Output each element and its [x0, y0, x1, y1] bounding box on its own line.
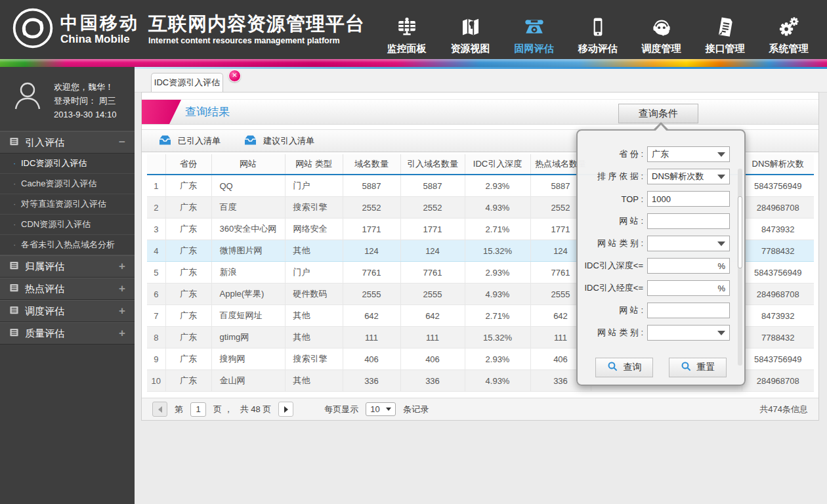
chevron-down-icon [386, 408, 391, 411]
page-subtitle: Internet content resources management pl… [148, 37, 365, 46]
table-cell: 1771 [400, 219, 465, 240]
sidebar-menu: 引入评估−·IDC资源引入评估·Cache资源引入评估·对等直连资源引入评估·C… [0, 131, 135, 345]
nav-item-移动评估[interactable]: 移动评估 [566, 5, 629, 55]
input-field[interactable]: % [647, 258, 730, 274]
table-cell: 642 [343, 305, 400, 327]
text-input[interactable] [652, 306, 725, 316]
sidebar-section-引入评估[interactable]: 引入评估− [0, 131, 135, 154]
toolbar-button-已引入清单[interactable]: 已引入清单 [158, 135, 221, 148]
input-field[interactable] [647, 191, 730, 207]
table-cell: 5843756949 [742, 175, 814, 197]
app-header: 中国移动 China Mobile 互联网内容资源管理平台 Internet c… [0, 0, 827, 59]
table-cell: 2.93% [465, 262, 530, 284]
table-cell: 124 [400, 240, 465, 262]
select-field[interactable]: DNS解析次数 [647, 169, 730, 184]
per-page-select[interactable]: 10 [366, 402, 396, 416]
search-button[interactable]: 查询 [595, 358, 653, 377]
table-cell: 4.93% [465, 370, 530, 392]
doc-small-icon [9, 327, 19, 339]
sidebar-item-IDC资源引入评估[interactable]: ·IDC资源引入评估 [0, 154, 135, 174]
toolbar-button-建议引入清单[interactable]: 建议引入清单 [243, 135, 314, 148]
tab-close-icon[interactable]: ✕ [228, 70, 241, 82]
sidebar-section-调度评估[interactable]: 调度评估+ [0, 300, 135, 322]
sidebar-item-Cache资源引入评估[interactable]: ·Cache资源引入评估 [0, 174, 135, 194]
table-cell: 7 [147, 305, 165, 327]
text-input[interactable] [652, 284, 717, 293]
chevron-down-icon [717, 152, 725, 157]
text-input[interactable] [652, 261, 717, 271]
field-label: TOP : [578, 194, 647, 204]
input-field[interactable] [647, 213, 730, 229]
section-toggle-icon[interactable]: + [119, 260, 125, 273]
table-cell: 15.32% [465, 327, 530, 348]
query-field-row: 省 份 :广东 [578, 146, 744, 162]
nav-item-接口管理[interactable]: 接口管理 [693, 5, 757, 55]
nav-item-监控面板[interactable]: 监控面板 [375, 5, 438, 55]
bullet-icon: · [13, 194, 16, 214]
table-cell: 广东 [165, 370, 211, 392]
table-cell: 其他 [285, 327, 343, 348]
table-cell: 5887 [400, 175, 465, 197]
table-cell: 284968708 [742, 370, 814, 392]
nav-item-固网评估[interactable]: 固网评估 [502, 5, 566, 55]
nav-item-资源视图[interactable]: 资源视图 [438, 5, 502, 55]
query-field-row: TOP : [578, 191, 744, 207]
table-cell: QQ [211, 175, 285, 197]
table-cell: 336 [343, 370, 400, 392]
query-field-row: 排 序 依 据 :DNS解析次数 [578, 169, 744, 184]
section-toggle-icon[interactable]: − [119, 136, 125, 149]
phone-icon [502, 13, 566, 38]
input-field[interactable]: % [647, 280, 730, 296]
top-nav: 监控面板资源视图固网评估移动评估调度管理接口管理系统管理 [375, 5, 827, 55]
avatar-icon [9, 77, 46, 121]
nav-item-调度管理[interactable]: 调度管理 [629, 5, 693, 55]
china-mobile-logo-icon [11, 6, 55, 53]
sidebar-item-CDN资源引入评估[interactable]: ·CDN资源引入评估 [0, 215, 135, 235]
popup-scrollbar[interactable] [738, 169, 742, 366]
table-cell: 广东 [165, 240, 211, 262]
table-cell: 百度短网址 [211, 305, 285, 327]
nav-label: 调度管理 [629, 43, 693, 55]
table-cell: 111 [400, 327, 465, 348]
table-cell: 2.93% [465, 348, 530, 370]
sidebar-section-热点评估[interactable]: 热点评估+ [0, 278, 135, 300]
text-input[interactable] [652, 194, 725, 204]
popup-scrollbar-thumb[interactable] [738, 196, 742, 268]
page-number-input[interactable]: 1 [190, 402, 206, 417]
chevron-down-icon [717, 331, 725, 335]
magenta-flag [142, 100, 181, 124]
query-conditions-button[interactable]: 查询条件 [618, 104, 698, 123]
page-title: 互联网内容资源管理平台 [148, 14, 365, 35]
tab-idc-assessment[interactable]: IDC资源引入评估 ✕ [151, 73, 223, 92]
table-cell: 广东 [165, 219, 211, 240]
next-page-button[interactable] [278, 402, 293, 417]
table-cell: 4.93% [465, 197, 530, 219]
table-cell: 406 [400, 348, 465, 370]
select-field[interactable] [647, 325, 730, 341]
search-icon [681, 361, 692, 374]
section-toggle-icon[interactable]: + [119, 304, 125, 318]
sidebar-item-对等直连资源引入评估[interactable]: ·对等直连资源引入评估 [0, 194, 135, 215]
sidebar-item-各省未引入热点域名分析[interactable]: ·各省未引入热点域名分析 [0, 235, 135, 255]
select-field[interactable]: 广东 [647, 146, 730, 162]
text-input[interactable] [652, 217, 725, 226]
map-icon [438, 13, 502, 38]
column-header: 网站 类型 [285, 154, 343, 175]
select-field[interactable] [647, 236, 730, 251]
nav-label: 监控面板 [375, 43, 438, 55]
reset-button[interactable]: 重置 [669, 358, 727, 377]
nav-item-系统管理[interactable]: 系统管理 [757, 5, 820, 55]
input-field[interactable] [647, 303, 730, 318]
table-cell: 广东 [165, 197, 211, 219]
section-toggle-icon[interactable]: + [119, 282, 125, 295]
field-label: 网 站 类 别 : [578, 327, 647, 339]
query-field-row: 网 站 类 别 : [578, 236, 744, 251]
table-cell: 其他 [285, 240, 343, 262]
section-toggle-icon[interactable]: + [119, 327, 125, 340]
sidebar-section-归属评估[interactable]: 归属评估+ [0, 255, 135, 278]
sidebar-section-质量评估[interactable]: 质量评估+ [0, 322, 135, 345]
field-label: 网 站 类 别 : [578, 238, 647, 249]
prev-page-button[interactable] [152, 402, 167, 417]
toolbar-button-label: 已引入清单 [178, 135, 221, 147]
result-title: 查询结果 [185, 100, 230, 124]
